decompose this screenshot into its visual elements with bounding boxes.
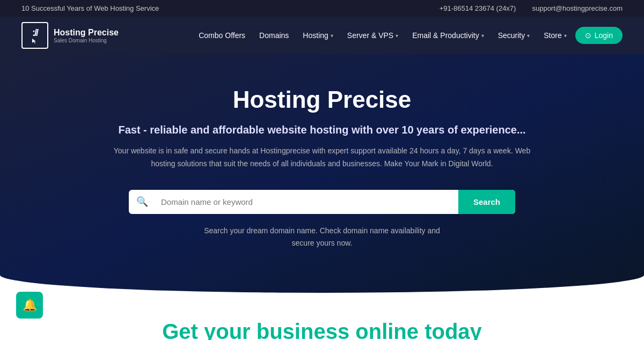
hero-subtitle: Fast - reliable and affordable website h… bbox=[21, 124, 623, 136]
nav-links: Combo Offers Domains Hosting ▾ Server & … bbox=[193, 27, 623, 44]
search-hint: Search your dream domain name. Check dom… bbox=[21, 225, 623, 250]
below-hero-section: Get your business online today 99% uptim… bbox=[0, 293, 644, 340]
nav-label-hosting: Hosting bbox=[303, 31, 328, 40]
hero-description: Your website is in safe and secure hands… bbox=[113, 145, 531, 171]
nav-label-security: Security bbox=[498, 31, 525, 40]
nav-item-server[interactable]: Server & VPS ▾ bbox=[342, 28, 404, 43]
nav-item-domains[interactable]: Domains bbox=[254, 28, 294, 43]
nav-link-store[interactable]: Store ▾ bbox=[538, 28, 572, 43]
notification-bell[interactable]: 🔔 bbox=[16, 292, 43, 319]
chevron-down-icon: ▾ bbox=[396, 33, 398, 39]
svg-marker-0 bbox=[32, 39, 36, 44]
nav-label-server: Server & VPS bbox=[347, 31, 393, 40]
nav-link-hosting[interactable]: Hosting ▾ bbox=[297, 28, 338, 43]
nav-label-domains: Domains bbox=[259, 31, 289, 40]
below-hero-heading: Get your business online today bbox=[21, 320, 623, 340]
logo-brand: Hosting Precise bbox=[54, 28, 119, 38]
logo-tagline: Sales Domain Hosting bbox=[54, 38, 119, 43]
login-label: Login bbox=[595, 31, 613, 40]
hero-title: Hosting Precise bbox=[21, 86, 623, 113]
top-bar-phone: +91-86514 23674 (24x7) bbox=[440, 4, 516, 12]
nav-label-combo: Combo Offers bbox=[199, 31, 245, 40]
hero-section: Hosting Precise Fast - reliable and affo… bbox=[0, 54, 644, 293]
logo-text: Hosting Precise Sales Domain Hosting bbox=[54, 28, 119, 43]
domain-search-input[interactable] bbox=[156, 190, 458, 214]
heading-highlight: online bbox=[355, 320, 419, 340]
nav-item-security[interactable]: Security ▾ bbox=[493, 28, 536, 43]
nav-item-email[interactable]: Email & Productivity ▾ bbox=[407, 28, 489, 43]
chevron-down-icon: ▾ bbox=[527, 33, 530, 39]
nav-link-security[interactable]: Security ▾ bbox=[493, 28, 536, 43]
bell-icon: 🔔 bbox=[23, 298, 37, 312]
login-icon: ⊙ bbox=[585, 31, 591, 40]
chevron-down-icon: ▾ bbox=[331, 33, 333, 39]
top-bar-email: support@hostingprecise.com bbox=[532, 4, 623, 12]
search-button[interactable]: Search bbox=[458, 190, 515, 214]
chevron-down-icon: ▾ bbox=[564, 33, 567, 39]
top-bar-contact: +91-86514 23674 (24x7) support@hostingpr… bbox=[440, 4, 623, 12]
top-bar-tagline: 10 Successful Years of Web Hosting Servi… bbox=[21, 4, 159, 12]
nav-link-domains[interactable]: Domains bbox=[254, 28, 294, 43]
nav-item-hosting[interactable]: Hosting ▾ bbox=[297, 28, 338, 43]
nav-link-server[interactable]: Server & VPS ▾ bbox=[342, 28, 404, 43]
logo-icon: :// bbox=[21, 22, 48, 49]
nav-link-combo[interactable]: Combo Offers bbox=[193, 28, 251, 43]
nav-label-email: Email & Productivity bbox=[412, 31, 479, 40]
top-bar: 10 Successful Years of Web Hosting Servi… bbox=[0, 0, 644, 17]
navbar: :// Hosting Precise Sales Domain Hosting… bbox=[0, 17, 644, 54]
heading-start: Get your business bbox=[162, 320, 355, 340]
nav-label-store: Store bbox=[544, 31, 561, 40]
search-icon: 🔍 bbox=[129, 196, 156, 208]
cursor-icon bbox=[31, 39, 39, 44]
logo[interactable]: :// Hosting Precise Sales Domain Hosting bbox=[21, 22, 119, 49]
nav-link-email[interactable]: Email & Productivity ▾ bbox=[407, 28, 489, 43]
nav-item-combo[interactable]: Combo Offers bbox=[193, 28, 251, 43]
chevron-down-icon: ▾ bbox=[481, 33, 484, 39]
nav-item-login[interactable]: ⊙ Login bbox=[575, 27, 623, 44]
nav-item-store[interactable]: Store ▾ bbox=[538, 28, 572, 43]
domain-search-box: 🔍 Search bbox=[129, 190, 515, 214]
heading-end: today bbox=[419, 320, 482, 340]
login-button[interactable]: ⊙ Login bbox=[575, 27, 623, 44]
logo-symbol: :// bbox=[32, 27, 38, 39]
